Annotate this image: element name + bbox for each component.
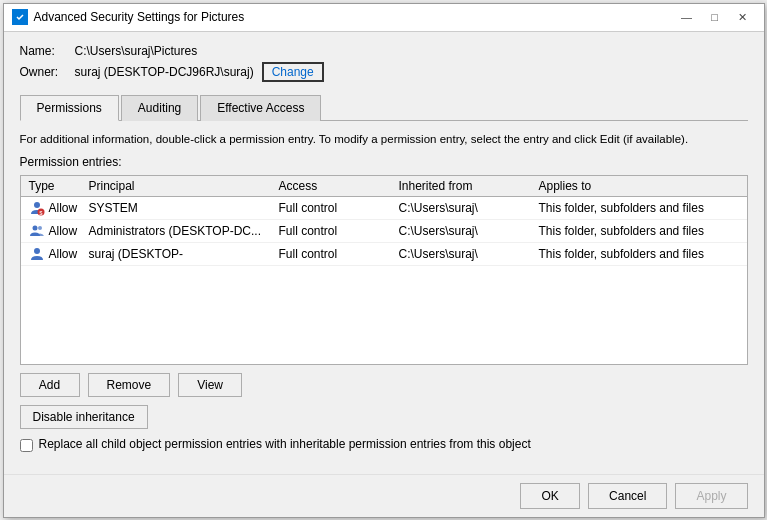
window-icon: [12, 9, 28, 25]
col-principal: Principal: [85, 179, 275, 193]
row0-access: Full control: [275, 201, 395, 215]
tabs-container: Permissions Auditing Effective Access: [20, 94, 748, 121]
name-row: Name: C:\Users\suraj\Pictures: [20, 44, 748, 58]
table-header: Type Principal Access Inherited from App…: [21, 176, 747, 197]
disable-inheritance-button[interactable]: Disable inheritance: [20, 405, 148, 429]
row2-type: Allow: [25, 246, 85, 262]
row2-access: Full control: [275, 247, 395, 261]
replace-checkbox[interactable]: [20, 439, 33, 452]
view-button[interactable]: View: [178, 373, 242, 397]
minimize-button[interactable]: —: [674, 7, 700, 27]
svg-point-4: [32, 225, 37, 230]
owner-row: Owner: suraj (DESKTOP-DCJ96RJ\suraj) Cha…: [20, 62, 748, 82]
owner-label: Owner:: [20, 65, 75, 79]
group-icon: [29, 223, 45, 239]
user-icon: [29, 246, 45, 262]
svg-point-6: [34, 248, 40, 254]
svg-point-1: [34, 202, 40, 208]
row2-principal: suraj (DESKTOP-: [85, 247, 275, 261]
owner-value: suraj (DESKTOP-DCJ96RJ\suraj): [75, 65, 254, 79]
dialog-content: Name: C:\Users\suraj\Pictures Owner: sur…: [4, 32, 764, 474]
row1-applies: This folder, subfolders and files: [535, 224, 743, 238]
ok-button[interactable]: OK: [520, 483, 580, 509]
row0-principal: SYSTEM: [85, 201, 275, 215]
apply-button[interactable]: Apply: [675, 483, 747, 509]
row1-principal: Administrators (DESKTOP-DC...: [85, 224, 275, 238]
row1-access: Full control: [275, 224, 395, 238]
tab-effective-access[interactable]: Effective Access: [200, 95, 321, 121]
user-icon: S: [29, 200, 45, 216]
svg-point-5: [38, 226, 42, 230]
tab-permissions[interactable]: Permissions: [20, 95, 119, 121]
replace-checkbox-label: Replace all child object permission entr…: [39, 437, 531, 451]
col-applies: Applies to: [535, 179, 743, 193]
name-label: Name:: [20, 44, 75, 58]
cancel-button[interactable]: Cancel: [588, 483, 667, 509]
close-button[interactable]: ✕: [730, 7, 756, 27]
tab-auditing[interactable]: Auditing: [121, 95, 198, 121]
row2-inherited: C:\Users\suraj\: [395, 247, 535, 261]
row0-applies: This folder, subfolders and files: [535, 201, 743, 215]
row1-type: Allow: [25, 223, 85, 239]
dialog-buttons: OK Cancel Apply: [4, 474, 764, 517]
title-bar: Advanced Security Settings for Pictures …: [4, 4, 764, 32]
name-value: C:\Users\suraj\Pictures: [75, 44, 198, 58]
add-button[interactable]: Add: [20, 373, 80, 397]
change-button[interactable]: Change: [262, 62, 324, 82]
row2-applies: This folder, subfolders and files: [535, 247, 743, 261]
table-row[interactable]: S Allow SYSTEM Full control C:\Users\sur…: [21, 197, 747, 220]
replace-checkbox-row: Replace all child object permission entr…: [20, 437, 748, 452]
col-access: Access: [275, 179, 395, 193]
description-text: For additional information, double-click…: [20, 131, 748, 147]
window-controls: — □ ✕: [674, 7, 756, 27]
row1-inherited: C:\Users\suraj\: [395, 224, 535, 238]
remove-button[interactable]: Remove: [88, 373, 171, 397]
window-title: Advanced Security Settings for Pictures: [34, 10, 674, 24]
section-label: Permission entries:: [20, 155, 748, 169]
table-row[interactable]: Allow suraj (DESKTOP- Full control C:\Us…: [21, 243, 747, 266]
bottom-section: Add Remove View Disable inheritance Repl…: [20, 373, 748, 462]
table-row[interactable]: Allow Administrators (DESKTOP-DC... Full…: [21, 220, 747, 243]
col-inherited: Inherited from: [395, 179, 535, 193]
maximize-button[interactable]: □: [702, 7, 728, 27]
col-type: Type: [25, 179, 85, 193]
action-buttons: Add Remove View: [20, 373, 748, 397]
row0-inherited: C:\Users\suraj\: [395, 201, 535, 215]
permissions-table: Type Principal Access Inherited from App…: [20, 175, 748, 365]
row0-type: S Allow: [25, 200, 85, 216]
main-window: Advanced Security Settings for Pictures …: [3, 3, 765, 518]
